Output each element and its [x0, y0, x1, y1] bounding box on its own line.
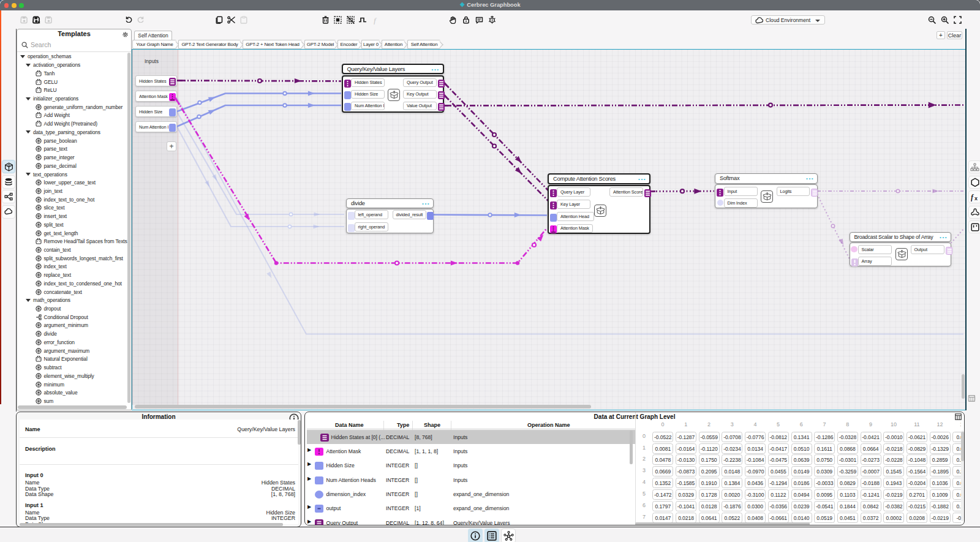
svg-text:f: f: [374, 16, 377, 24]
svg-text:x: x: [974, 195, 978, 201]
svg-text:f: f: [971, 193, 974, 201]
